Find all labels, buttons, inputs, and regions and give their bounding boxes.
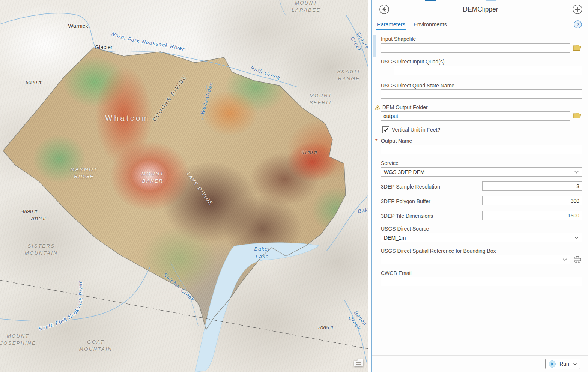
map-label: MOUNT JOSEPHINE [0, 333, 36, 347]
map-label: Whatcom [105, 113, 150, 124]
polygon-buffer-field[interactable] [482, 196, 582, 206]
tool-title: DEMClipper [372, 6, 588, 14]
map-label: LAVE DIVIDE [185, 171, 214, 207]
run-options-chevron-icon[interactable] [573, 363, 577, 365]
map-label: SKAGIT RANGE [337, 68, 361, 82]
map-label: MOUNT BAKER [141, 171, 164, 185]
map-label: 7065 ft [317, 324, 333, 332]
run-button-label: Run [558, 361, 570, 367]
output-name-label: Output Name [381, 138, 412, 144]
service-select[interactable]: WGS 3DEP DEM [381, 167, 582, 177]
map-label: Baker Lake [254, 245, 271, 260]
map-label: Silesia Creek [348, 30, 368, 54]
chevron-down-icon [574, 171, 579, 174]
tile-dimensions-label: 3DEP Tile Dimensions [381, 213, 433, 219]
vertical-unit-checkbox[interactable] [382, 126, 389, 134]
map-label: 7013 ft [30, 215, 45, 223]
geoprocessing-panel: DEMClipper Parameters Environments ? Inp… [371, 0, 588, 372]
map-view[interactable]: North Fork Nooksack River South Fork Noo… [0, 0, 368, 372]
map-panel-gutter [368, 0, 371, 372]
run-play-icon [549, 360, 556, 368]
usgs-source-label: USGS Direct Source [381, 226, 429, 232]
map-label: 9149 ft [301, 149, 317, 156]
map-label: Glacier [95, 43, 113, 51]
map-label: GOAT MOUNTAIN [79, 339, 112, 353]
map-overview-icon[interactable] [353, 358, 364, 369]
map-label: MARMOT RIDGE [71, 166, 98, 180]
map-label: 5020 ft [26, 79, 41, 86]
sample-resolution-field[interactable] [482, 182, 582, 191]
input-shapefile-field[interactable] [381, 44, 570, 53]
run-button[interactable]: Run [545, 358, 580, 369]
docked-tab-fragment [425, 0, 436, 1]
dem-output-browse-folder-icon[interactable] [573, 112, 582, 120]
tab-environments[interactable]: Environments [414, 21, 447, 27]
cwcb-email-label: CWCB Email [381, 270, 412, 276]
selected-parameter-strip [373, 35, 376, 57]
map-label: COUGAR DIVIDE [151, 74, 188, 123]
map-label: MOUNT LARABEE [292, 0, 320, 14]
map-label: Wells Creek [199, 81, 215, 116]
spatial-ref-select[interactable] [381, 255, 570, 264]
map-label: 4890 ft [21, 208, 37, 215]
app-window: North Fork Nooksack River South Fork Noo… [0, 0, 588, 372]
map-label: Warnick [68, 22, 88, 30]
dem-output-field[interactable] [381, 111, 570, 121]
map-label: MOUNT SEFRIT [309, 92, 332, 106]
input-shapefile-label: Input Shapefile [381, 36, 416, 42]
sample-resolution-label: 3DEP Sample Resolution [381, 184, 440, 190]
chevron-down-icon [563, 258, 567, 261]
input-shapefile-browse-folder-icon[interactable] [573, 44, 582, 52]
service-value: WGS 3DEP DEM [384, 169, 425, 175]
output-name-field[interactable] [381, 145, 582, 154]
usgs-source-value: DEM_1m [384, 235, 406, 241]
spatial-reference-globe-icon[interactable] [573, 255, 582, 264]
required-marker: * [375, 138, 378, 145]
add-to-project-button[interactable] [572, 4, 583, 15]
map-label: Ruth Creek [250, 64, 281, 82]
usgs-state-field[interactable] [381, 89, 582, 99]
svg-text:?: ? [576, 22, 579, 27]
usgs-quads-label: USGS Direct Input Quad(s) [381, 58, 445, 64]
map-label: Bake [357, 206, 368, 215]
chevron-down-icon [574, 237, 579, 239]
panel-footer: Run [372, 355, 588, 372]
tab-parameters[interactable]: Parameters [377, 21, 405, 27]
map-label: SISTERS MOUNTAIN [25, 243, 58, 257]
polygon-buffer-label: 3DEP Polygon Buffer [381, 198, 430, 204]
usgs-source-select[interactable]: DEM_1m [381, 233, 582, 242]
service-label: Service [381, 160, 399, 166]
checkmark-icon [383, 128, 388, 132]
cwcb-email-field[interactable] [381, 277, 582, 286]
usgs-quads-field[interactable] [394, 66, 582, 75]
dem-output-label: DEM Output Folder [382, 104, 428, 110]
map-label: Bacon Creek [346, 309, 368, 332]
warning-icon [374, 105, 381, 112]
map-label: Sulphur Creek [162, 271, 196, 303]
vertical-unit-label[interactable]: Vertical Unit in Feet? [392, 127, 440, 133]
docked-tab-fragment [486, 0, 496, 1]
map-labels-layer: WarnickGlacierMOUNT LARABEESilesia Creek… [0, 0, 368, 372]
usgs-state-label: USGS Direct Quad State Name [381, 82, 454, 88]
tile-dimensions-field[interactable] [482, 211, 582, 220]
help-icon[interactable]: ? [574, 20, 582, 28]
spatial-ref-label: USGS Direct Spatial Reference for Boundi… [381, 248, 496, 254]
